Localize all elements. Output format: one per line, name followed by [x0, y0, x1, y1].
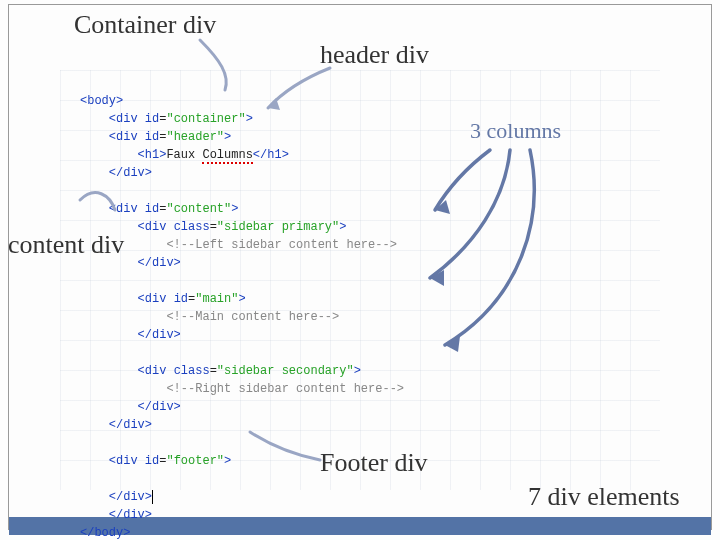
code-line: <div — [138, 220, 167, 234]
text-cursor — [152, 490, 153, 504]
label-header-div: header div — [320, 40, 429, 70]
label-three-columns: 3 columns — [470, 118, 561, 144]
label-seven-divs: 7 div elements — [528, 482, 680, 512]
code-line: </div> — [138, 400, 181, 414]
code-line: <h1> — [138, 148, 167, 162]
code-line: <body> — [80, 94, 123, 108]
code-line: </div> — [138, 328, 181, 342]
code-line: <div — [109, 202, 138, 216]
code-line: <!--Main content here--> — [166, 310, 339, 324]
label-content-div: content div — [8, 230, 124, 260]
code-line: <div — [138, 364, 167, 378]
code-line: </div> — [109, 508, 152, 522]
label-container-div: Container div — [74, 10, 216, 40]
code-line: </div> — [109, 166, 152, 180]
code-line: <div — [138, 292, 167, 306]
code-line: <div — [109, 112, 138, 126]
code-line: </div> — [138, 256, 181, 270]
code-line: <!--Right sidebar content here--> — [166, 382, 404, 396]
code-line: <!--Left sidebar content here--> — [166, 238, 396, 252]
label-footer-div: Footer div — [320, 448, 428, 478]
code-line: </body> — [80, 526, 130, 540]
code-line: <div — [109, 130, 138, 144]
code-line: <div — [109, 454, 138, 468]
code-line: </div> — [109, 418, 152, 432]
code-line: </div> — [109, 490, 152, 504]
